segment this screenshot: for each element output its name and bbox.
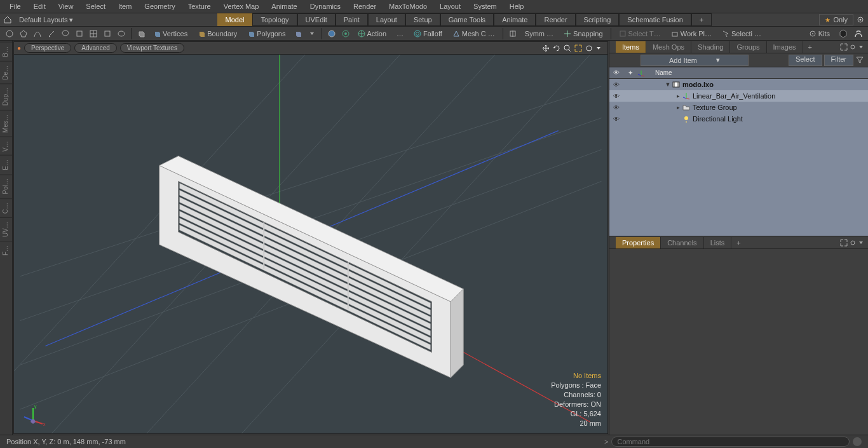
vp-gear-icon[interactable] bbox=[585, 44, 593, 53]
tool-box-icon[interactable] bbox=[101, 28, 114, 39]
props-tab-plus[interactable]: + bbox=[731, 237, 745, 248]
tab-channels[interactable]: Channels bbox=[661, 237, 703, 248]
col-visibility-icon[interactable]: 👁 bbox=[609, 69, 623, 76]
menu-system[interactable]: System bbox=[467, 1, 503, 12]
vp-maximize-icon[interactable] bbox=[574, 44, 583, 53]
props-menu-icon[interactable] bbox=[858, 239, 865, 247]
snapping-button[interactable]: Snapping bbox=[559, 28, 607, 39]
vp-rotate-icon[interactable] bbox=[552, 44, 561, 53]
symm-button[interactable]: Symm … bbox=[520, 28, 558, 39]
vp-menu-icon[interactable] bbox=[595, 44, 604, 53]
tree-row-mesh[interactable]: 👁 ▸ Linear_Bar_Air_Ventilation bbox=[609, 90, 868, 102]
menu-dynamics[interactable]: Dynamics bbox=[304, 1, 347, 12]
funnel-icon[interactable] bbox=[855, 55, 865, 65]
tool-pen-icon[interactable] bbox=[45, 28, 58, 39]
menu-vertexmap[interactable]: Vertex Map bbox=[217, 1, 266, 12]
polygons-button[interactable]: Polygons bbox=[243, 28, 290, 39]
menu-file[interactable]: File bbox=[3, 1, 27, 12]
layout-dropdown[interactable]: Default Layouts ▾ bbox=[15, 15, 78, 25]
side-tab-poly[interactable]: Pol… bbox=[0, 174, 12, 198]
layout-tab-scripting[interactable]: Scripting bbox=[576, 13, 620, 26]
tab-shading[interactable]: Shading bbox=[691, 41, 730, 53]
tool-cube-icon[interactable] bbox=[135, 28, 147, 39]
selecti-button[interactable]: Selecti … bbox=[717, 28, 766, 39]
tab-meshops[interactable]: Mesh Ops bbox=[646, 41, 691, 53]
tab-items[interactable]: Items bbox=[616, 41, 646, 53]
tool-pentagon-icon[interactable] bbox=[17, 28, 30, 39]
col-axis-icon[interactable] bbox=[637, 69, 651, 77]
kits-button[interactable]: Kits bbox=[804, 28, 834, 39]
tool-dropdown-icon[interactable] bbox=[306, 28, 318, 39]
layout-tab-uvedit[interactable]: UVEdit bbox=[297, 13, 336, 26]
layout-tab-topology[interactable]: Topology bbox=[252, 13, 297, 26]
gear-icon[interactable] bbox=[856, 15, 865, 24]
select-button[interactable]: Select bbox=[789, 55, 822, 66]
props-gear-icon[interactable] bbox=[849, 239, 857, 247]
add-item-button[interactable]: Add Item▾ bbox=[641, 55, 749, 66]
tab-groups[interactable]: Groups bbox=[730, 41, 766, 53]
side-tab-edge[interactable]: E… bbox=[0, 155, 12, 174]
viewport-canvas[interactable]: No Items Polygons : Face Channels: 0 Def… bbox=[14, 55, 607, 433]
side-tab-curve[interactable]: C… bbox=[0, 198, 12, 217]
tool-mirror-icon[interactable] bbox=[506, 28, 519, 39]
tool-grid-icon[interactable] bbox=[87, 28, 100, 39]
action-ellipsis[interactable]: … bbox=[392, 28, 408, 39]
layout-tab-schematic[interactable]: Schematic Fusion bbox=[619, 13, 691, 26]
filter-button[interactable]: Filter bbox=[824, 55, 853, 66]
only-button[interactable]: ★Only bbox=[819, 14, 853, 25]
vp-zoom-icon[interactable] bbox=[563, 44, 572, 53]
app-icon-2[interactable] bbox=[852, 28, 865, 39]
tree-row-scene[interactable]: 👁 ▼ modo.lxo bbox=[609, 79, 868, 90]
tool-circle-icon[interactable] bbox=[3, 28, 16, 39]
menu-help[interactable]: Help bbox=[503, 1, 531, 12]
side-tab-mesh[interactable]: Mes… bbox=[0, 110, 12, 137]
app-icon-1[interactable] bbox=[837, 28, 850, 39]
menu-item[interactable]: Item bbox=[112, 1, 138, 12]
layout-tab-add[interactable]: + bbox=[691, 13, 712, 26]
side-tab-f[interactable]: F… bbox=[0, 241, 12, 259]
menu-maxtomodo[interactable]: MaxToModo bbox=[383, 1, 433, 12]
panel-expand-icon[interactable] bbox=[840, 43, 848, 51]
props-expand-icon[interactable] bbox=[840, 239, 848, 247]
axis-widget[interactable]: x y bbox=[20, 402, 46, 427]
layout-tab-render[interactable]: Render bbox=[536, 13, 575, 26]
menu-layout[interactable]: Layout bbox=[433, 1, 467, 12]
tool-material-icon[interactable] bbox=[292, 28, 304, 39]
tool-target-icon[interactable] bbox=[339, 28, 352, 39]
vp-move-icon[interactable] bbox=[541, 44, 550, 53]
tab-properties[interactable]: Properties bbox=[616, 237, 661, 248]
boundary-button[interactable]: Boundary bbox=[193, 28, 241, 39]
viewport-view-dropdown[interactable]: Perspective bbox=[24, 43, 71, 53]
action-button[interactable]: Action bbox=[353, 28, 391, 39]
tab-lists[interactable]: Lists bbox=[704, 237, 732, 248]
workpl-button[interactable]: Work Pl… bbox=[667, 28, 716, 39]
menu-animate[interactable]: Animate bbox=[265, 1, 303, 12]
side-tab-vertex[interactable]: V… bbox=[0, 137, 12, 156]
layout-tab-gametools[interactable]: Game Tools bbox=[440, 13, 494, 26]
tool-select-icon[interactable] bbox=[73, 28, 86, 39]
tree-row-texgroup[interactable]: 👁 ▸ Texture Group bbox=[609, 102, 868, 113]
side-tab-uv[interactable]: UV… bbox=[0, 217, 12, 241]
col-plus-icon[interactable]: ✦ bbox=[623, 69, 637, 76]
meshc-button[interactable]: Mesh C … bbox=[448, 28, 499, 39]
tree-row-light[interactable]: 👁 Directional Light bbox=[609, 113, 868, 125]
viewport-shading-dropdown[interactable]: Advanced bbox=[74, 43, 116, 53]
menu-render[interactable]: Render bbox=[347, 1, 383, 12]
tool-center-icon[interactable] bbox=[325, 28, 338, 39]
tab-images[interactable]: Images bbox=[767, 41, 803, 53]
side-tab-dup[interactable]: Dup… bbox=[0, 83, 12, 109]
home-icon[interactable] bbox=[3, 16, 12, 24]
panel-gear-icon[interactable] bbox=[849, 43, 857, 51]
menu-select[interactable]: Select bbox=[79, 1, 112, 12]
tool-lasso-icon[interactable] bbox=[59, 28, 72, 39]
side-tab-deform[interactable]: De… bbox=[0, 61, 12, 84]
layout-tab-layout[interactable]: Layout bbox=[368, 13, 405, 26]
layout-tab-animate[interactable]: Animate bbox=[494, 13, 536, 26]
panel-menu-icon[interactable] bbox=[858, 43, 865, 51]
command-input[interactable] bbox=[611, 437, 850, 447]
tab-plus[interactable]: + bbox=[803, 41, 817, 53]
menu-texture[interactable]: Texture bbox=[182, 1, 217, 12]
tool-ellipse-icon[interactable] bbox=[115, 28, 128, 39]
menu-edit[interactable]: Edit bbox=[27, 1, 52, 12]
side-tab-basic[interactable]: B… bbox=[0, 42, 12, 61]
